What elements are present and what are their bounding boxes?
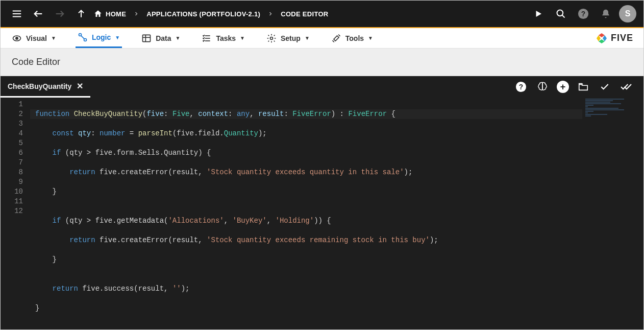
brand-label: FIVE (611, 33, 633, 43)
brain-icon[interactable] (535, 80, 550, 94)
chevron-down-icon: ▼ (240, 35, 245, 41)
tab-logic-label: Logic (92, 33, 111, 41)
play-icon[interactable] (529, 5, 548, 23)
tab-logic[interactable]: Logic ▼ (76, 28, 122, 48)
svg-point-14 (84, 39, 86, 41)
back-arrow-icon[interactable] (29, 5, 47, 23)
help-icon[interactable]: ? (514, 80, 528, 94)
svg-point-13 (79, 34, 81, 36)
tab-tools[interactable]: Tools ▼ (329, 28, 375, 48)
page-title: Code Editor (1, 49, 643, 76)
help-icon[interactable]: ? (574, 5, 592, 23)
code-editor: CheckBuyQuantity ✕ ? + (1, 76, 643, 329)
svg-text:?: ? (519, 83, 523, 91)
editor-tab-bar: CheckBuyQuantity ✕ ? + (1, 76, 643, 98)
forward-arrow-icon (51, 5, 69, 23)
minimap[interactable] (582, 98, 643, 329)
tab-data[interactable]: Data ▼ (139, 28, 182, 48)
menu-icon[interactable] (8, 5, 26, 23)
svg-rect-15 (143, 35, 151, 41)
chevron-down-icon: ▼ (51, 35, 56, 41)
svg-point-12 (16, 37, 18, 39)
folder-open-icon[interactable] (576, 80, 590, 94)
main-tabs: Visual ▼ Logic ▼ Data ▼ Tasks ▼ Setup ▼ … (1, 28, 643, 49)
chevron-right-icon (267, 11, 274, 17)
up-arrow-icon[interactable] (72, 5, 90, 23)
tab-setup-label: Setup (281, 34, 301, 42)
chevron-down-icon: ▼ (176, 35, 181, 41)
breadcrumb-home-label: HOME (106, 10, 126, 18)
chevron-down-icon: ▼ (305, 35, 310, 41)
tab-setup[interactable]: Setup ▼ (264, 28, 312, 48)
brand-logo: FIVE (596, 28, 633, 48)
tab-visual[interactable]: Visual ▼ (10, 28, 58, 48)
chevron-right-icon (133, 11, 139, 17)
avatar[interactable]: S (619, 5, 636, 22)
top-bar: HOME APPLICATIONS (PORTFOLIOV-2.1) CODE … (1, 1, 643, 28)
search-icon[interactable] (552, 5, 570, 23)
editor-tab-label: CheckBuyQuantity (8, 82, 71, 90)
svg-line-8 (562, 15, 565, 18)
bell-icon[interactable] (597, 5, 615, 23)
breadcrumb-applications[interactable]: APPLICATIONS (PORTFOLIOV-2.1) (146, 10, 260, 18)
svg-marker-6 (536, 11, 542, 17)
tab-tasks[interactable]: Tasks ▼ (200, 28, 247, 48)
chevron-down-icon: ▼ (115, 35, 120, 40)
tab-data-label: Data (156, 34, 171, 42)
close-icon[interactable]: ✕ (77, 81, 83, 91)
add-icon[interactable]: + (557, 81, 569, 93)
tab-tools-label: Tools (345, 34, 364, 42)
breadcrumb-code-editor[interactable]: CODE EDITOR (281, 10, 328, 18)
avatar-initial: S (625, 9, 631, 18)
check-icon[interactable] (598, 80, 612, 94)
line-gutter: 1 2 3 4 5 6 7 8 9 10 11 12 (1, 98, 30, 329)
check-all-icon[interactable] (619, 80, 633, 94)
code-content[interactable]: function CheckBuyQuantity(five: Five, co… (30, 98, 582, 329)
editor-tab-active[interactable]: CheckBuyQuantity ✕ (1, 76, 90, 98)
svg-text:?: ? (581, 10, 585, 18)
tab-tasks-label: Tasks (216, 34, 236, 42)
breadcrumb-home[interactable]: HOME (93, 9, 126, 18)
editor-body[interactable]: 1 2 3 4 5 6 7 8 9 10 11 12 function Chec… (1, 98, 643, 329)
chevron-down-icon: ▼ (368, 35, 373, 41)
svg-point-7 (557, 10, 563, 16)
tab-visual-label: Visual (26, 34, 47, 42)
svg-point-21 (270, 37, 273, 39)
breadcrumb: HOME APPLICATIONS (PORTFOLIOV-2.1) CODE … (93, 9, 329, 18)
